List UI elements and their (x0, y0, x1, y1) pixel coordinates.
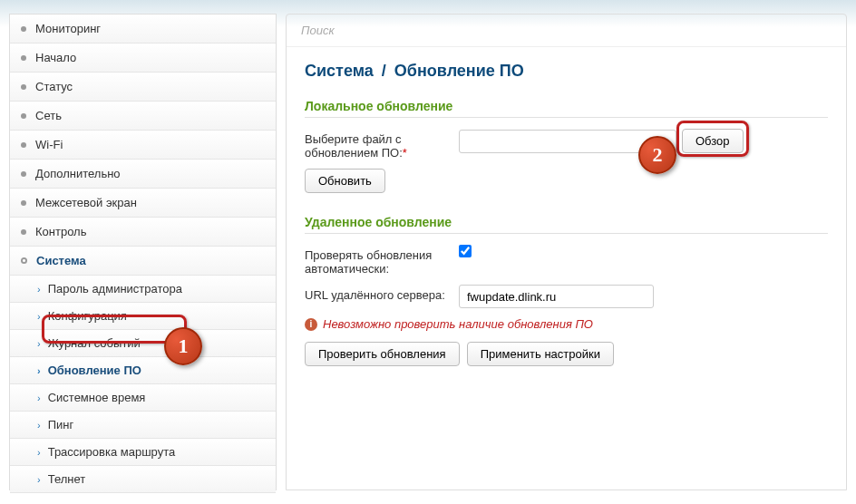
sidebar-sublabel: Журнал событий (48, 336, 141, 350)
sidebar-label: Wi-Fi (35, 138, 63, 151)
bullet-icon (21, 142, 26, 148)
remote-url-input[interactable] (459, 285, 654, 308)
sidebar-item-network[interactable]: Сеть (10, 102, 276, 131)
main-panel: Поиск Система / Обновление ПО Локальное … (286, 14, 847, 490)
chevron-right-icon: › (37, 338, 41, 349)
sidebar-label: Межсетевой экран (35, 196, 137, 209)
chevron-right-icon: › (37, 474, 41, 485)
sidebar-label: Контроль (35, 225, 86, 238)
bullet-icon (21, 55, 26, 61)
sidebar-label: Статус (35, 80, 73, 93)
sidebar-label: Дополнительно (35, 167, 121, 180)
check-updates-button[interactable]: Проверить обновления (305, 342, 460, 366)
breadcrumb-parent[interactable]: Система (305, 62, 374, 80)
search-input[interactable]: Поиск (287, 15, 846, 47)
sidebar-item-monitoring[interactable]: Мониторинг (10, 15, 276, 44)
sidebar-subitem-telnet[interactable]: ›Телнет (10, 466, 276, 493)
local-update-section: Локальное обновление Выберите файл с обн… (305, 99, 828, 193)
error-message: i Невозможно проверить наличие обновлени… (305, 317, 828, 331)
sidebar-label: Сеть (35, 109, 62, 122)
sidebar-label: Мониторинг (35, 22, 101, 35)
sidebar-item-advanced[interactable]: Дополнительно (10, 160, 276, 189)
remote-update-section: Удаленное обновление Проверять обновлени… (305, 215, 828, 366)
info-icon: i (305, 318, 317, 331)
sidebar-sublabel: Телнет (48, 472, 86, 486)
annotation-badge-2: 2 (638, 136, 676, 174)
chevron-right-icon: › (37, 284, 41, 295)
sidebar-label: Начало (35, 51, 76, 64)
sidebar-subitem-admin-password[interactable]: ›Пароль администратора (10, 276, 276, 303)
bullet-icon (21, 257, 27, 264)
bullet-icon (21, 113, 26, 119)
browse-button[interactable]: Обзор (682, 129, 744, 153)
sidebar-sublabel: Пинг (48, 418, 74, 431)
sidebar-item-home[interactable]: Начало (10, 44, 276, 73)
sidebar-subitem-traceroute[interactable]: ›Трассировка маршрута (10, 439, 276, 466)
breadcrumb: Система / Обновление ПО (305, 62, 828, 81)
sidebar-item-firewall[interactable]: Межсетевой экран (10, 189, 276, 218)
sidebar: Мониторинг Начало Статус Сеть Wi-Fi Допо… (9, 14, 277, 490)
remote-url-label: URL удалённого сервера: (305, 285, 459, 302)
bullet-icon (21, 171, 26, 177)
sidebar-sublabel: Пароль администратора (48, 282, 182, 296)
bullet-icon (21, 200, 26, 206)
sidebar-subitem-firmware-update[interactable]: ›Обновление ПО (10, 357, 276, 384)
remote-update-title: Удаленное обновление (305, 215, 828, 234)
sidebar-subitem-configuration[interactable]: ›Конфигурация (10, 303, 276, 330)
file-select-label: Выберите файл с обновлением ПО:* (305, 129, 459, 160)
sidebar-item-wifi[interactable]: Wi-Fi (10, 131, 276, 160)
sidebar-subitem-system-time[interactable]: ›Системное время (10, 384, 276, 412)
bullet-icon (21, 84, 26, 90)
chevron-right-icon: › (37, 365, 41, 376)
auto-check-label: Проверять обновления автоматически: (305, 245, 459, 276)
sidebar-item-status[interactable]: Статус (10, 73, 276, 102)
sidebar-item-system[interactable]: Система (10, 247, 276, 276)
sidebar-sublabel: Обновление ПО (48, 363, 141, 377)
breadcrumb-current: Обновление ПО (394, 62, 524, 80)
chevron-right-icon: › (37, 420, 41, 431)
chevron-right-icon: › (37, 393, 41, 403)
apply-settings-button[interactable]: Применить настройки (467, 342, 614, 366)
auto-check-checkbox[interactable] (459, 245, 472, 257)
sidebar-sublabel: Конфигурация (48, 309, 127, 323)
sidebar-label: Система (36, 254, 86, 267)
breadcrumb-separator: / (382, 62, 386, 80)
chevron-right-icon: › (37, 447, 41, 458)
bullet-icon (21, 229, 26, 235)
annotation-badge-1: 1 (164, 327, 202, 365)
bullet-icon (21, 26, 26, 32)
sidebar-item-control[interactable]: Контроль (10, 218, 276, 247)
update-button[interactable]: Обновить (305, 169, 385, 193)
chevron-right-icon: › (37, 311, 41, 322)
sidebar-sublabel: Системное время (48, 391, 146, 404)
sidebar-sublabel: Трассировка маршрута (48, 445, 176, 459)
sidebar-subitem-ping[interactable]: ›Пинг (10, 412, 276, 439)
sidebar-subitem-event-log[interactable]: ›Журнал событий (10, 330, 276, 357)
local-update-title: Локальное обновление (305, 99, 828, 118)
